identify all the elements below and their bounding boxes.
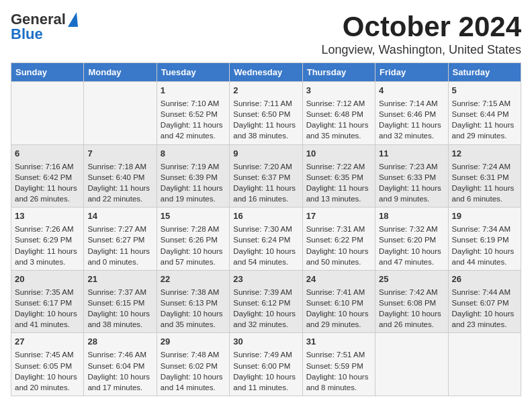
day-number: 23 [233,273,298,285]
col-wednesday: Wednesday [230,63,302,82]
sunrise-text: Sunrise: 7:24 AM [452,161,517,172]
col-tuesday: Tuesday [157,63,229,82]
sunset-text: Sunset: 6:22 PM [306,234,371,245]
cell-3-3: 23Sunrise: 7:39 AMSunset: 6:12 PMDayligh… [230,270,302,333]
day-number: 15 [161,210,226,222]
sunrise-text: Sunrise: 7:30 AM [233,224,298,234]
page-subtitle: Longview, Washington, United States [321,43,521,57]
cell-3-4: 24Sunrise: 7:41 AMSunset: 6:10 PMDayligh… [302,270,375,333]
daylight-text: Daylight: 10 hours and 8 minutes. [306,371,371,393]
daylight-text: Daylight: 11 hours and 0 minutes. [87,246,152,267]
week-row-5: 27Sunrise: 7:45 AMSunset: 6:05 PMDayligh… [11,333,521,396]
day-number: 12 [452,148,517,160]
cell-4-3: 30Sunrise: 7:49 AMSunset: 6:00 PMDayligh… [230,333,302,396]
sunrise-text: Sunrise: 7:42 AM [379,287,444,298]
sunrise-text: Sunrise: 7:27 AM [87,224,152,234]
daylight-text: Daylight: 10 hours and 17 minutes. [87,371,152,393]
col-sunday: Sunday [11,63,84,82]
sunset-text: Sunset: 6:42 PM [15,172,80,183]
sunset-text: Sunset: 6:44 PM [452,109,517,120]
sunrise-text: Sunrise: 7:32 AM [379,224,444,234]
day-number: 10 [306,148,371,160]
page-title: October 2024 [321,11,521,43]
cell-4-6 [448,333,521,396]
day-number: 16 [233,210,298,222]
cell-3-2: 22Sunrise: 7:38 AMSunset: 6:13 PMDayligh… [157,270,229,333]
day-number: 13 [15,210,80,222]
cell-2-4: 17Sunrise: 7:31 AMSunset: 6:22 PMDayligh… [302,208,375,271]
sunset-text: Sunset: 6:13 PM [161,298,226,308]
day-number: 29 [161,336,226,348]
calendar-table: Sunday Monday Tuesday Wednesday Thursday… [11,62,521,396]
title-block: October 2024 Longview, Washington, Unite… [321,11,521,57]
daylight-text: Daylight: 10 hours and 26 minutes. [379,308,444,330]
sunset-text: Sunset: 6:24 PM [233,234,298,245]
daylight-text: Daylight: 11 hours and 3 minutes. [15,246,80,267]
sunrise-text: Sunrise: 7:46 AM [87,349,152,360]
cell-4-5 [375,333,448,396]
cell-4-4: 31Sunrise: 7:51 AMSunset: 5:59 PMDayligh… [302,333,375,396]
sunrise-text: Sunrise: 7:41 AM [306,287,371,298]
sunrise-text: Sunrise: 7:23 AM [379,161,444,172]
page-header: General Blue October 2024 Longview, Wash… [11,11,521,57]
daylight-text: Daylight: 10 hours and 41 minutes. [15,308,80,330]
sunrise-text: Sunrise: 7:38 AM [161,287,226,298]
daylight-text: Daylight: 10 hours and 47 minutes. [379,246,444,267]
sunrise-text: Sunrise: 7:44 AM [452,287,517,298]
day-number: 18 [379,210,444,222]
day-number: 22 [161,273,226,285]
daylight-text: Daylight: 11 hours and 22 minutes. [87,183,152,204]
cell-2-3: 16Sunrise: 7:30 AMSunset: 6:24 PMDayligh… [230,208,302,271]
sunrise-text: Sunrise: 7:14 AM [379,98,444,109]
sunrise-text: Sunrise: 7:39 AM [233,287,298,298]
cell-2-6: 19Sunrise: 7:34 AMSunset: 6:19 PMDayligh… [448,208,521,271]
sunset-text: Sunset: 6:26 PM [161,234,226,245]
sunset-text: Sunset: 6:29 PM [15,234,80,245]
sunrise-text: Sunrise: 7:11 AM [233,98,298,109]
day-number: 19 [452,210,517,222]
sunrise-text: Sunrise: 7:19 AM [161,161,226,172]
sunset-text: Sunset: 6:39 PM [161,172,226,183]
day-number: 21 [87,273,152,285]
sunset-text: Sunset: 6:19 PM [452,234,517,245]
sunset-text: Sunset: 6:10 PM [306,298,371,308]
logo-arrow-icon [68,12,78,27]
day-number: 14 [87,210,152,222]
day-number: 2 [233,85,298,97]
daylight-text: Daylight: 11 hours and 16 minutes. [233,183,298,204]
cell-3-1: 21Sunrise: 7:37 AMSunset: 6:15 PMDayligh… [84,270,157,333]
day-number: 11 [379,148,444,160]
sunset-text: Sunset: 6:05 PM [15,361,80,371]
sunrise-text: Sunrise: 7:15 AM [452,98,517,109]
sunset-text: Sunset: 6:37 PM [233,172,298,183]
cell-4-2: 29Sunrise: 7:48 AMSunset: 6:02 PMDayligh… [157,333,229,396]
col-thursday: Thursday [302,63,375,82]
sunset-text: Sunset: 5:59 PM [306,361,371,371]
sunset-text: Sunset: 6:48 PM [306,109,371,120]
sunrise-text: Sunrise: 7:18 AM [87,161,152,172]
sunset-text: Sunset: 6:46 PM [379,109,444,120]
sunrise-text: Sunrise: 7:37 AM [87,287,152,298]
day-number: 26 [452,273,517,285]
logo: General Blue [11,11,78,43]
col-friday: Friday [375,63,448,82]
day-number: 30 [233,336,298,348]
day-number: 28 [87,336,152,348]
sunrise-text: Sunrise: 7:22 AM [306,161,371,172]
daylight-text: Daylight: 11 hours and 35 minutes. [306,120,371,141]
cell-3-0: 20Sunrise: 7:35 AMSunset: 6:17 PMDayligh… [11,270,84,333]
daylight-text: Daylight: 11 hours and 9 minutes. [379,183,444,204]
day-number: 25 [379,273,444,285]
sunset-text: Sunset: 6:52 PM [161,109,226,120]
sunrise-text: Sunrise: 7:20 AM [233,161,298,172]
day-number: 20 [15,273,80,285]
day-number: 6 [15,148,80,160]
cell-1-2: 8Sunrise: 7:19 AMSunset: 6:39 PMDaylight… [157,144,229,208]
daylight-text: Daylight: 11 hours and 42 minutes. [161,120,226,141]
day-number: 3 [306,85,371,97]
sunrise-text: Sunrise: 7:45 AM [15,349,80,360]
sunrise-text: Sunrise: 7:31 AM [306,224,371,234]
daylight-text: Daylight: 11 hours and 29 minutes. [452,120,517,141]
cell-0-3: 2Sunrise: 7:11 AMSunset: 6:50 PMDaylight… [230,82,302,145]
daylight-text: Daylight: 10 hours and 20 minutes. [15,371,80,393]
